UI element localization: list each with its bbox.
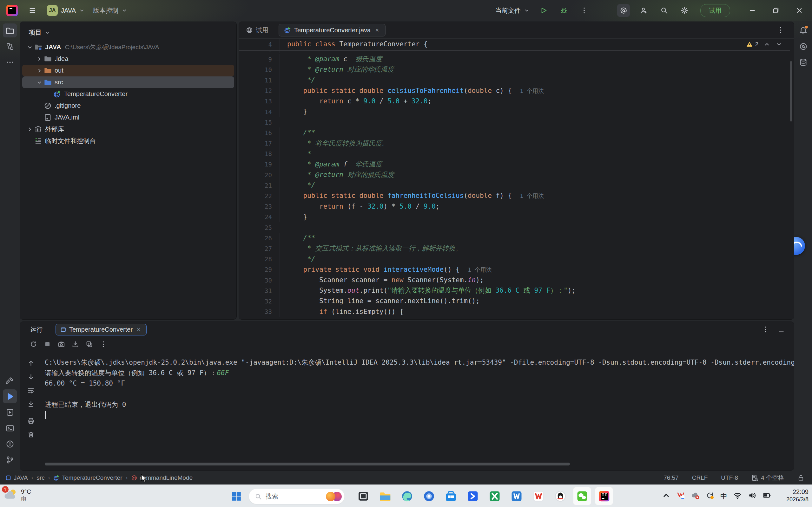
tree-item-project-root[interactable]: JAVAC:\Users\朱彦硕\IdeaProjects\JAVA [22, 41, 234, 53]
import-button[interactable] [69, 338, 81, 350]
line-number[interactable]: 14 [239, 108, 280, 115]
tree-item-scratches[interactable]: 临时文件和控制台 [22, 135, 234, 147]
taskbar-app-word[interactable] [507, 487, 525, 505]
line-separator-widget[interactable]: CRLF [692, 474, 708, 481]
line-number[interactable]: 12 [239, 87, 280, 94]
code-line-26[interactable]: 26 /** [239, 233, 790, 243]
minimize-button[interactable] [746, 4, 759, 17]
settings-button[interactable] [678, 4, 691, 17]
tree-item-external-libraries[interactable]: 外部库 [22, 123, 234, 135]
code-line-4[interactable]: 4public class TemperatureConverter { [239, 39, 790, 50]
search-everywhere-button[interactable] [658, 4, 670, 17]
rerun-button[interactable] [28, 338, 39, 350]
arrow-up-button[interactable] [25, 357, 37, 369]
printer-button[interactable] [25, 415, 37, 427]
line-number[interactable]: 22 [239, 192, 280, 200]
code-line-10[interactable]: 10 * @return 对应的华氏温度 [239, 64, 790, 75]
tray-onedrive-error[interactable] [691, 491, 700, 501]
readonly-toggle[interactable] [797, 474, 804, 481]
code-line-13[interactable]: 13 return c * 9.0 / 5.0 + 32.0; [239, 96, 790, 107]
line-number[interactable]: 20 [239, 172, 280, 178]
code-line-17[interactable]: 17 * 将华氏度转换为摄氏度。 [239, 138, 790, 149]
run-tab-close-icon[interactable]: × [136, 326, 142, 333]
tab-temperatureconverter[interactable]: TemperatureConverter.java × [278, 24, 386, 37]
duplicate-button[interactable] [84, 338, 95, 350]
breadcrumb-temperatureconverter[interactable]: TemperatureConverter [53, 474, 122, 481]
project-widget[interactable]: JA JAVA [47, 5, 85, 16]
restore-button[interactable] [769, 4, 782, 17]
code-line-31[interactable]: 31 System.out.print("请输入要转换的温度与单位（例如 36.… [239, 285, 790, 296]
tool-window-services-button[interactable] [3, 405, 17, 419]
console-hscrollbar[interactable] [45, 463, 570, 465]
line-number[interactable]: 10 [239, 66, 280, 73]
code-line-19[interactable]: 19 * @param f 华氏温度 [239, 159, 790, 170]
line-number[interactable]: 33 [239, 308, 280, 315]
taskbar-app-wps[interactable] [529, 487, 547, 505]
more-actions-button[interactable] [578, 4, 591, 17]
tool-window-build-button[interactable] [3, 374, 17, 388]
clock-widget[interactable]: 22:09 2026/3/8 [778, 488, 809, 503]
trash-button[interactable] [25, 429, 37, 440]
close-button[interactable] [793, 4, 806, 17]
tool-window-structure-button[interactable] [3, 39, 17, 53]
line-number[interactable]: 4 [239, 41, 280, 48]
indent-widget[interactable]: 4 个空格 [751, 474, 784, 482]
tree-item-class-temperatureconverter[interactable]: TemperatureConverter [22, 88, 234, 100]
code-line-27[interactable]: 27 * 交互式模式：从标准输入读取一行，解析并转换。 [239, 243, 790, 253]
tree-item-out-folder[interactable]: out [22, 65, 234, 76]
code-line-22[interactable]: 22 public static double fahrenheitToCels… [239, 190, 790, 201]
tool-window-notifications-button[interactable] [796, 23, 810, 38]
tray-wps-cloud[interactable] [676, 491, 685, 501]
taskbar-app-browser[interactable] [420, 487, 438, 505]
caret-position-widget[interactable]: 76:57 [663, 474, 679, 481]
line-number[interactable]: 8 [239, 51, 280, 53]
line-number[interactable]: 26 [239, 235, 280, 242]
line-number[interactable]: 27 [239, 245, 280, 252]
code-line-23[interactable]: 23 return (f - 32.0) * 5.0 / 9.0; [239, 201, 790, 212]
code-line-24[interactable]: 24 } [239, 212, 790, 222]
code-line-33[interactable]: 33 if (line.isEmpty()) { [239, 306, 790, 317]
weather-widget[interactable]: 1 9°C 雨 [4, 487, 31, 503]
line-number[interactable]: 16 [239, 129, 280, 136]
tool-window-git-button[interactable] [3, 453, 17, 467]
more-vertical-icon[interactable] [762, 326, 769, 333]
tray-sync[interactable] [706, 491, 714, 501]
code-area[interactable]: 9 * @param c 摄氏温度10 * @return 对应的华氏温度11 … [239, 54, 790, 317]
ai-assistant-button[interactable] [617, 4, 630, 17]
tool-window-run-button[interactable] [3, 389, 17, 403]
run-config-widget[interactable]: 当前文件 [495, 6, 529, 15]
taskbar-app-edge[interactable] [398, 487, 416, 505]
run-tab-temperatureconverter[interactable]: TemperatureConverter × [55, 324, 147, 335]
code-line-30[interactable]: 30 Scanner scanner = new Scanner(System.… [239, 275, 790, 285]
line-number[interactable]: 32 [239, 298, 280, 305]
line-number[interactable]: 19 [239, 161, 280, 168]
tool-window-problems-button[interactable] [3, 437, 17, 451]
taskbar-search[interactable]: 搜索 [249, 489, 345, 504]
chevron-down-icon[interactable] [775, 41, 782, 48]
code-line-12[interactable]: 12 public static double celsiusToFahrenh… [239, 86, 790, 96]
code-line-15[interactable]: 15 [239, 117, 790, 127]
code-with-me-button[interactable] [638, 4, 650, 17]
tray-volume[interactable] [748, 491, 757, 501]
sticky-line[interactable]: 4public class TemperatureConverter { [239, 39, 790, 51]
tray-battery[interactable] [762, 491, 771, 501]
trial-button[interactable]: 试用 [700, 4, 730, 17]
main-menu-button[interactable] [26, 4, 39, 17]
code-line-14[interactable]: 14 } [239, 107, 790, 117]
start-button[interactable] [229, 489, 243, 503]
line-number[interactable]: 15 [239, 119, 280, 126]
line-number[interactable]: 30 [239, 277, 280, 284]
line-number[interactable]: 9 [239, 56, 280, 63]
code-line-32[interactable]: 32 String line = scanner.nextLine().trim… [239, 296, 790, 306]
line-number[interactable]: 31 [239, 287, 280, 294]
tool-window-ai-assistant-button[interactable] [796, 39, 810, 53]
tree-item-src-folder[interactable]: src [22, 76, 234, 88]
tray-tray-chevron[interactable] [662, 491, 670, 501]
project-panel-header[interactable]: 项目 [20, 22, 237, 41]
code-line-21[interactable]: 21 */ [239, 180, 790, 190]
line-number[interactable]: 21 [239, 182, 280, 189]
line-number[interactable]: 13 [239, 98, 280, 105]
tree-item-idea-folder[interactable]: .idea [22, 53, 234, 65]
tool-window-project-button[interactable] [3, 23, 17, 38]
line-number[interactable]: 11 [239, 77, 280, 84]
